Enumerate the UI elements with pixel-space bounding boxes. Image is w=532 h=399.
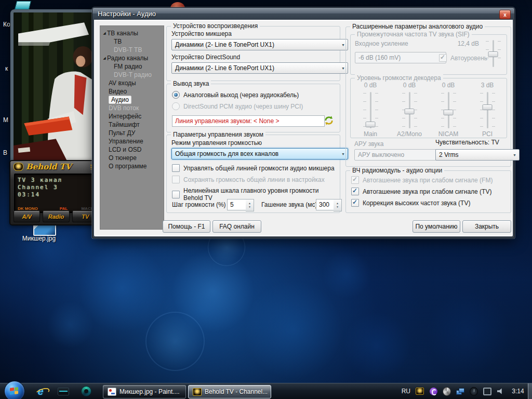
master-line-checkbox[interactable]: Управлять общей линией громкости аудио м… xyxy=(172,164,335,172)
decoder-slider-nicam: 0 dB NICAM xyxy=(430,82,467,138)
sidebar-item-fm-radio[interactable]: FM радио xyxy=(100,62,164,71)
radio-icon xyxy=(172,102,180,110)
tv-video-window[interactable] xyxy=(10,9,105,165)
volume-mode-select[interactable]: Общая громкость для всех каналов▼ xyxy=(171,148,348,159)
widget-radio-button[interactable]: Radio xyxy=(43,211,69,222)
network-tray-icon[interactable] xyxy=(456,387,464,395)
start-button[interactable] xyxy=(4,381,25,399)
mute-weak-tv-checkbox[interactable]: Автогашение звука при слабом сигнале (TV… xyxy=(351,188,491,195)
mute-time-label: Гашение звука (мс) xyxy=(261,201,317,208)
mute-time-spinner[interactable]: ▲▼ xyxy=(334,199,342,211)
slider-value: 0 dB xyxy=(391,82,428,89)
tree-expand-icon[interactable]: ◢ xyxy=(102,31,107,35)
sidebar-item-audio[interactable]: Аудио xyxy=(100,96,164,104)
display-tray-icon[interactable] xyxy=(483,387,491,395)
sensitivity-select[interactable]: 2 Vrms▼ xyxy=(435,149,520,161)
hf-correction-checkbox[interactable]: Коррекция высоких частот звука (TV) xyxy=(351,199,470,207)
behold-tv-icon xyxy=(193,388,202,396)
tv-video-frame xyxy=(14,12,102,162)
help-button[interactable]: Помощь - F1 xyxy=(163,220,210,233)
sound-control-line-field[interactable]: Линия управления звуком: < None > xyxy=(172,115,325,127)
volume-step-input[interactable]: 5 xyxy=(227,199,247,210)
sif-level-slider xyxy=(487,40,499,67)
sidebar-item-about-program[interactable]: О программе xyxy=(100,162,164,170)
bokeh-circle xyxy=(78,244,166,332)
widget-av-button[interactable]: A/V xyxy=(14,211,40,222)
defaults-button[interactable]: По умолчанию xyxy=(413,220,460,233)
checkbox-icon xyxy=(172,176,180,183)
mute-weak-fm-checkbox: Автогашение звука при слабом сигнале (FM… xyxy=(351,176,493,184)
nonlinear-scale-checkbox[interactable]: Нелинейная шкала главного уровня громкос… xyxy=(172,187,340,202)
directsound-device-select[interactable]: Динамики (2- Line 6 TonePort UX1)▼ xyxy=(171,62,348,74)
directsound-device-label: Устройство DirectSound xyxy=(171,54,240,61)
internet-explorer-icon[interactable]: e xyxy=(34,385,47,397)
sidebar-item-timeshift[interactable]: Таймшифт xyxy=(100,121,164,129)
sound-output-group: Вывод звука Аналоговый выход (через ауди… xyxy=(166,84,340,132)
radio-icon xyxy=(172,91,180,99)
sif-group: Промежуточная частота TV звука (SIF) Вхо… xyxy=(350,34,507,75)
sidebar-item-av-inputs[interactable]: AV входы xyxy=(100,79,164,87)
settings-dialog: Настройки - Аудио x ◢ТВ каналы ТВ DVB-T … xyxy=(92,7,515,238)
media-app-icon[interactable] xyxy=(57,385,70,397)
decoder-slider-a2mono: 0 dB A2/Mono xyxy=(391,82,428,138)
desktop-icon-label[interactable]: М xyxy=(3,116,8,124)
dialog-client-area: ◢ТВ каналы ТВ DVB-T ТВ ◢Радио каналы FM … xyxy=(94,20,513,236)
faq-button[interactable]: FAQ онлайн xyxy=(212,220,261,233)
sidebar-item-video[interactable]: Видео xyxy=(100,87,164,96)
slider-name: Main xyxy=(352,130,389,138)
language-indicator[interactable]: RU xyxy=(402,388,410,395)
bokeh-circle xyxy=(343,312,410,379)
volume-control-group: Параметры управления звуком Режим управл… xyxy=(166,135,340,213)
tree-expand-icon[interactable]: ◢ xyxy=(102,56,107,60)
close-icon[interactable]: x xyxy=(499,10,511,19)
mixer-device-label: Устройство микшера xyxy=(171,30,232,37)
bokeh-circle xyxy=(322,249,371,299)
desktop-icon-label[interactable]: к xyxy=(5,65,8,72)
sidebar-item-radio-channels[interactable]: ◢Радио каналы xyxy=(100,54,164,62)
behold-tv-widget[interactable]: Behold TV TV 3 канал Channel 3 03:14 DK … xyxy=(9,160,101,225)
sidebar-item-dvbt-tv: DVB-T ТВ xyxy=(100,46,164,54)
refresh-sound-line-icon[interactable] xyxy=(324,115,334,126)
slider-thumb xyxy=(444,110,454,115)
widget-title: Behold TV xyxy=(26,162,71,171)
taskbar-behold-button[interactable]: Behold TV - Channel... xyxy=(188,385,271,398)
updater-tray-icon[interactable] xyxy=(443,387,451,395)
close-button[interactable]: Закрыть xyxy=(462,220,511,233)
desktop-icon-label[interactable]: В xyxy=(3,149,7,156)
dialog-title: Настройки - Аудио xyxy=(98,10,156,18)
media-player-icon[interactable] xyxy=(80,385,92,397)
dialog-titlebar[interactable]: Настройки - Аудио xyxy=(92,8,514,20)
checkbox-icon xyxy=(351,176,359,184)
sidebar-item-tv-channels[interactable]: ◢ТВ каналы xyxy=(100,29,164,37)
clock-tray-icon[interactable] xyxy=(470,387,478,395)
volume-step-spinner[interactable]: ▲▼ xyxy=(246,199,254,211)
sidebar-item-about-tuner[interactable]: О тюнере xyxy=(100,154,164,162)
checkbox-icon xyxy=(439,54,447,62)
torrent-tray-icon[interactable] xyxy=(429,387,437,395)
taskbar-clock[interactable]: 3:14 xyxy=(510,388,526,395)
mixer-jpg-label[interactable]: Микшер.jpg xyxy=(10,235,68,242)
sidebar-item-remote[interactable]: Пульт ДУ xyxy=(100,129,164,137)
paint-icon xyxy=(108,388,116,396)
sidebar-item-lcd-osd[interactable]: LCD и OSD xyxy=(100,145,164,154)
sidebar-item-tv[interactable]: ТВ xyxy=(100,37,164,46)
desktop-icon-label[interactable]: Ко xyxy=(3,21,10,28)
checkbox-icon xyxy=(351,199,359,207)
widget-titlebar[interactable]: Behold TV xyxy=(10,161,100,172)
sidebar-item-interface[interactable]: Интерфейс xyxy=(100,112,164,121)
show-desktop-button[interactable] xyxy=(528,383,532,399)
analog-output-radio[interactable]: Аналоговый выход (через аудиокабель) xyxy=(172,91,299,99)
taskbar-paint-button[interactable]: Микшер.jpg - Paint.... xyxy=(103,385,186,398)
behold-tray-icon[interactable] xyxy=(416,387,424,395)
slider-value: 0 dB xyxy=(352,82,389,89)
slider-name: A2/Mono xyxy=(391,130,428,138)
sidebar-item-dvbt-radio: DVB-T радио xyxy=(100,71,164,79)
behold-eye-icon xyxy=(14,163,23,171)
bokeh-circle xyxy=(145,312,205,371)
slider-thumb xyxy=(366,122,376,127)
rf-module-group: ВЧ радиомодуль - аудио опции Автогашение… xyxy=(345,170,511,213)
sidebar-item-control[interactable]: Управление xyxy=(100,137,164,145)
mixer-device-select[interactable]: Динамики (2- Line 6 TonePort UX1)▼ xyxy=(171,39,348,50)
volume-tray-icon[interactable] xyxy=(497,387,505,395)
decoder-slider-main: 0 dB Main xyxy=(352,82,389,138)
